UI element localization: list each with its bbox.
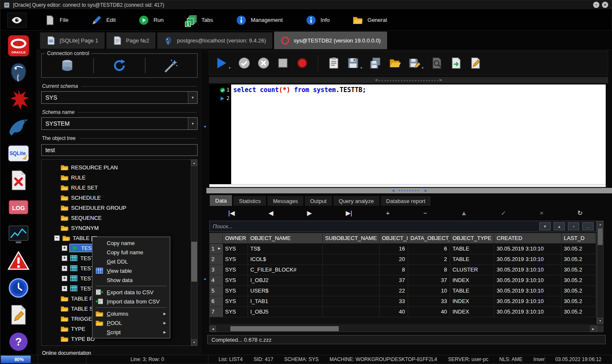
grid-cell[interactable]: 40 <box>408 306 450 317</box>
column-header[interactable] <box>210 233 222 243</box>
results-tab-statistics[interactable]: Statistics <box>233 195 266 206</box>
insert-record-button[interactable]: + <box>386 209 390 216</box>
column-header[interactable]: OBJECT_NAME <box>248 233 322 243</box>
grid-cell[interactable]: 37 <box>379 275 408 285</box>
grid-cell[interactable]: 30.05.2019 3:10:10 <box>494 285 561 296</box>
context-item-copy-name[interactable]: Copy name <box>93 238 169 248</box>
export-script-button[interactable] <box>450 57 463 69</box>
grid-cell[interactable]: 8 <box>408 264 450 275</box>
last-record-button[interactable]: ▶| <box>346 209 352 217</box>
editor-scrollbar[interactable] <box>209 184 606 187</box>
grid-row[interactable]: 1▸SYSTS$166TABLE30.05.2019 3:10:1030.05.… <box>210 243 596 254</box>
red-db-logo-button[interactable] <box>7 88 30 111</box>
grid-cell[interactable]: 30.05.2019 3:10:10 <box>494 264 561 275</box>
collapse-left-icon[interactable]: ◀ <box>392 189 394 193</box>
more-button[interactable]: … <box>582 222 594 230</box>
delete-record-button[interactable]: − <box>423 209 427 216</box>
cancel-record-button[interactable]: × <box>540 209 543 216</box>
collapse-right-icon[interactable]: ▶ <box>425 189 427 193</box>
grid-cell[interactable]: 6 <box>408 243 450 254</box>
edit-script-button[interactable] <box>470 57 482 69</box>
grid-cell[interactable]: INDEX <box>450 306 494 317</box>
grid-cell[interactable]: 30.05.2019 3:10:10 <box>494 306 561 317</box>
grid-cell[interactable]: SYS <box>222 275 248 285</box>
grid-cell[interactable]: CLUSTER <box>450 264 494 275</box>
scroll-up-icon[interactable]: ▲ <box>191 160 197 166</box>
edit-document-button[interactable] <box>7 303 30 327</box>
column-header[interactable]: CREATED <box>494 233 561 243</box>
grid-cell[interactable]: 30.05.2019 3:10:10 <box>494 275 561 285</box>
grid-cell[interactable]: 33 <box>408 296 450 306</box>
scroll-down-icon[interactable]: ▼ <box>191 339 197 346</box>
grid-cell[interactable] <box>322 243 379 254</box>
sql-editor[interactable]: 12 select count(*) from system.TESTTB; <box>209 84 606 184</box>
page-tab[interactable]: sys@TESTDB2 (version 19.0.0.0.0) <box>274 31 388 49</box>
grid-cell[interactable]: C_FILE#_BLOCK# <box>248 264 322 275</box>
grid-cell[interactable]: TABLE <box>450 254 494 264</box>
column-header[interactable]: DATA_OBJECT_ID <box>408 233 450 243</box>
context-item-view-table[interactable]: View table <box>93 266 169 275</box>
tree-item[interactable]: SEQUENCE <box>42 213 197 223</box>
chevron-down-icon[interactable]: ▼ <box>188 92 197 103</box>
grid-vertical-scrollbar[interactable]: ▲ ▼ <box>597 221 604 324</box>
column-header[interactable]: SUBOBJECT_NAME <box>322 233 379 243</box>
column-header[interactable]: OWNER <box>222 233 248 243</box>
edit-record-button[interactable]: ▲ <box>461 209 467 216</box>
grid-cell[interactable]: 20 <box>379 254 408 264</box>
commit-button[interactable] <box>238 57 251 69</box>
tree-item[interactable]: SYNONYM <box>42 223 197 233</box>
sqlite-logo-button[interactable]: SQLite <box>7 142 30 165</box>
grid-cell[interactable]: SYS <box>222 264 248 275</box>
page-tab[interactable]: postgres@localhost (version: 9.4.26) <box>157 32 273 49</box>
grid-cell[interactable]: 30.05.2 <box>561 254 596 264</box>
grid-cell[interactable]: 30.05.2019 3:10:10 <box>494 254 561 264</box>
grid-row[interactable]: 4SYSI_OBJ23737INDEX30.05.2019 3:10:1030.… <box>210 275 596 285</box>
reconnect-button[interactable] <box>94 58 145 73</box>
context-item-show-data[interactable]: Show data <box>93 275 169 285</box>
schema-name-select[interactable]: SYSTEM ▼ <box>41 117 198 130</box>
collapse-left-icon[interactable]: ◀ <box>203 277 206 281</box>
menu-tabs[interactable]: 1Tabs <box>175 10 224 30</box>
expand-plus-icon[interactable]: + <box>62 266 67 271</box>
collapse-left-icon[interactable]: ◀ <box>203 125 206 128</box>
grid-cell[interactable] <box>322 264 379 275</box>
column-header[interactable]: OBJECT_TYPE <box>450 233 494 243</box>
expand-plus-icon[interactable]: + <box>62 286 67 291</box>
results-tab-messages[interactable]: Messages <box>267 195 303 206</box>
results-tab-data[interactable]: Data <box>209 195 232 206</box>
grid-cell[interactable]: 30.05.2019 3:10:10 <box>494 296 561 306</box>
save-all-button[interactable] <box>369 57 382 69</box>
open-file-button[interactable] <box>389 57 401 69</box>
menu-edit[interactable]: Edit <box>80 10 127 30</box>
grid-cell[interactable]: 16 <box>379 243 408 254</box>
disconnect-button[interactable] <box>145 58 197 73</box>
chevron-down-icon[interactable]: ▼ <box>188 118 197 129</box>
grid-cell[interactable]: ICOL$ <box>248 254 322 264</box>
refresh-record-button[interactable]: ↻ <box>577 209 583 217</box>
tree-item[interactable]: RULE <box>42 172 197 182</box>
grid-cell[interactable]: INDEX <box>450 296 494 306</box>
connect-button[interactable] <box>42 58 93 73</box>
context-item-columns[interactable]: Columns▶ <box>93 309 169 318</box>
scroll-up-icon[interactable]: ▲ <box>597 221 603 227</box>
scroll-thumb[interactable] <box>191 242 197 282</box>
mysql-logo-button[interactable] <box>7 115 30 138</box>
copy-results-button[interactable] <box>327 57 340 69</box>
results-tab-output[interactable]: Output <box>304 195 332 206</box>
grid-cell[interactable]: INDEX <box>450 275 494 285</box>
grid-cell[interactable]: 10 <box>408 285 450 296</box>
tree-item[interactable]: SCHEDULER GROUP <box>42 203 197 213</box>
grid-cell[interactable]: 30.05.2 <box>561 243 596 254</box>
scroll-thumb[interactable] <box>598 228 603 245</box>
record-macro-button[interactable] <box>296 57 309 69</box>
next-record-button[interactable]: ▶ <box>307 209 312 217</box>
first-record-button[interactable]: |◀ <box>228 209 235 217</box>
results-tab-database-report[interactable]: Database report <box>380 195 431 206</box>
grid-cell[interactable]: I_OBJ5 <box>248 306 322 317</box>
filter-button[interactable]: ▼ <box>539 222 551 230</box>
oracle-logo-button[interactable]: ORACLE <box>7 34 30 58</box>
grid-cell[interactable]: TABLE <box>450 243 494 254</box>
grid-cell[interactable]: 22 <box>379 285 408 296</box>
grid-cell[interactable]: SYS <box>222 254 248 264</box>
grid-cell[interactable]: 2 <box>408 254 450 264</box>
